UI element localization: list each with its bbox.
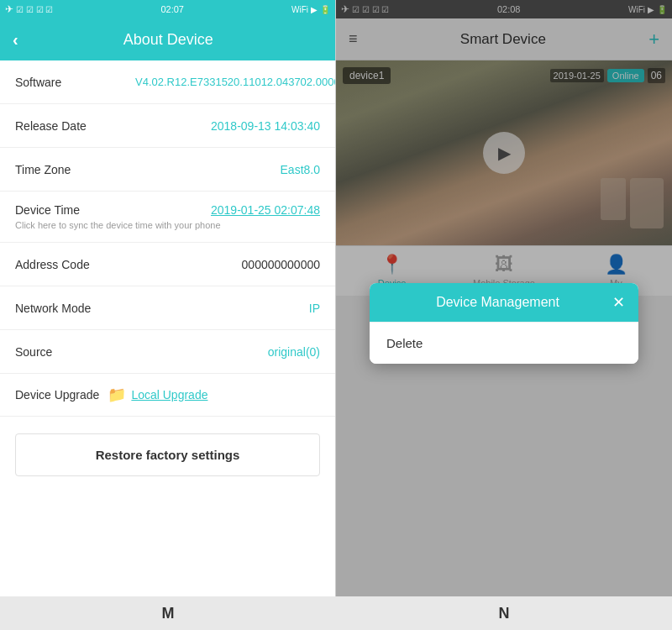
timezone-label: Time Zone <box>15 163 71 176</box>
airplane-icon-m: ✈ <box>5 3 13 15</box>
screen-m: ✈ ☑ ☑ ☑ ☑ 02:07 WiFi ▶ 🔋 ‹ About Device … <box>0 0 336 596</box>
modal-title: Device Management <box>383 295 612 310</box>
release-date-row: Release Date 2018-09-13 14:03:40 <box>0 104 335 148</box>
delete-option[interactable]: Delete <box>370 322 638 364</box>
back-button[interactable]: ‹ <box>13 30 18 50</box>
timezone-row: Time Zone East8.0 <box>0 148 335 192</box>
software-value: V4.02.R12.E7331520.11012.043702.00000 <box>135 76 320 88</box>
device-time-value[interactable]: 2019-01-25 02:07:48 <box>211 203 320 217</box>
release-date-label: Release Date <box>15 119 87 133</box>
content-m: Software V4.02.R12.E7331520.11012.043702… <box>0 60 335 596</box>
device-time-label: Device Time <box>15 203 80 217</box>
status-time-m: 02:07 <box>160 4 184 14</box>
wifi-icon-m: WiFi <box>291 5 308 14</box>
restore-factory-button[interactable]: Restore factory settings <box>15 433 320 476</box>
address-code-value: 000000000000 <box>242 258 320 271</box>
device-management-modal: Device Management ✕ Delete <box>370 283 638 364</box>
sync-hint: Click here to sync the device time with … <box>15 220 221 230</box>
status-left-m: ✈ ☑ ☑ ☑ ☑ <box>5 3 53 15</box>
address-code-row: Address Code 000000000000 <box>0 243 335 286</box>
source-row: Source original(0) <box>0 330 335 374</box>
address-code-label: Address Code <box>15 258 90 271</box>
upgrade-label: Device Upgrade <box>15 388 99 402</box>
folder-icon: 📁 <box>108 386 126 404</box>
device-upgrade-row[interactable]: Device Upgrade 📁 Local Upgrade <box>0 374 335 417</box>
status-icons-m: ☑ ☑ ☑ ☑ <box>16 5 53 14</box>
battery-icon-m: 🔋 <box>320 5 330 14</box>
device-time-row[interactable]: Device Time 2019-01-25 02:07:48 Click he… <box>0 192 335 243</box>
source-value: original(0) <box>268 345 320 359</box>
software-label: Software <box>15 76 61 89</box>
timezone-value: East8.0 <box>281 163 320 176</box>
source-label: Source <box>15 345 52 359</box>
software-row: Software V4.02.R12.E7331520.11012.043702… <box>0 60 335 104</box>
status-right-m: WiFi ▶ 🔋 <box>291 5 330 14</box>
local-upgrade-link[interactable]: Local Upgrade <box>131 388 207 402</box>
page-title-m: About Device <box>31 31 306 49</box>
screen-n: ✈ ☑ ☑ ☑ ☑ 02:08 WiFi ▶ 🔋 ≡ Smart Device … <box>336 0 672 596</box>
signal-icon-m: ▶ <box>311 5 318 14</box>
network-mode-value: IP <box>309 302 320 315</box>
label-n: N <box>336 596 672 630</box>
header-m: ‹ About Device <box>0 18 335 60</box>
network-mode-row: Network Mode IP <box>0 286 335 330</box>
bottom-labels: M N <box>0 596 672 630</box>
status-bar-m: ✈ ☑ ☑ ☑ ☑ 02:07 WiFi ▶ 🔋 <box>0 0 335 18</box>
restore-btn-container: Restore factory settings <box>0 417 335 493</box>
modal-overlay[interactable]: Device Management ✕ Delete <box>336 0 672 596</box>
network-mode-label: Network Mode <box>15 302 91 315</box>
modal-close-button[interactable]: ✕ <box>612 295 625 310</box>
release-date-value: 2018-09-13 14:03:40 <box>211 119 320 133</box>
label-m: M <box>0 596 336 630</box>
modal-header: Device Management ✕ <box>370 283 638 322</box>
